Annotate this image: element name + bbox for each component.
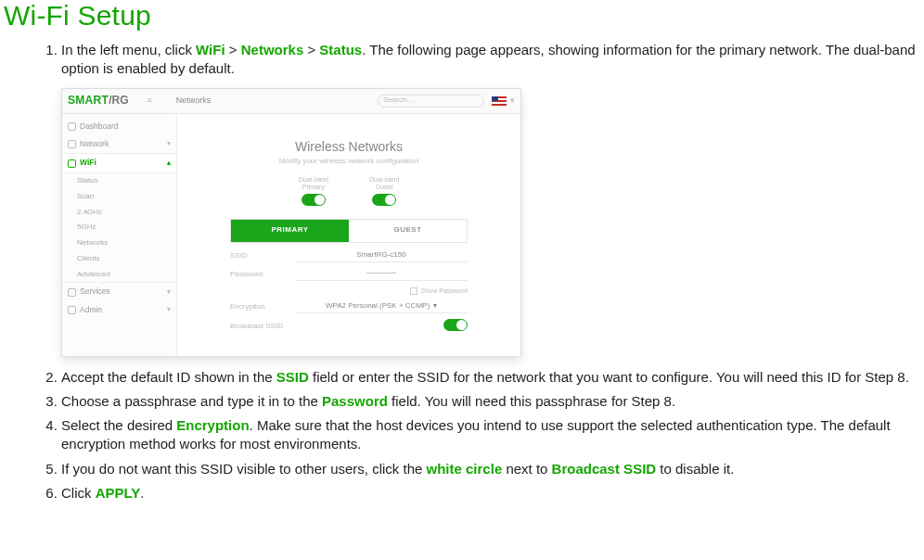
ssid-field[interactable]: SmartRG-c150: [295, 250, 468, 263]
dual-label-b: Guest: [376, 184, 393, 190]
label-show-password: Show Password: [421, 286, 468, 295]
search-input[interactable]: Search...: [378, 95, 484, 108]
tab-primary[interactable]: PRIMARY: [231, 220, 349, 242]
step-5: If you do not want this SSID visible to …: [61, 460, 920, 478]
dual-label-a: Dual-band: [369, 176, 399, 183]
admin-icon: [68, 306, 76, 314]
step-3a: Choose a passphrase and type it in to th…: [61, 393, 322, 409]
page-title: Wi-Fi Setup: [4, 0, 920, 32]
sidebar-sub-24ghz[interactable]: 2.4GHz: [62, 205, 176, 221]
kw-white-circle: white circle: [427, 461, 503, 477]
step-5c: to disable it.: [656, 461, 734, 477]
step-5b: next to: [502, 461, 551, 477]
sidebar-sub-scan[interactable]: Scan: [62, 189, 176, 205]
encryption-value: WPA2 Personal (PSK + CCMP): [326, 301, 430, 310]
step-6a: Click: [61, 485, 96, 501]
brand-logo-a: SMART: [68, 93, 109, 108]
step-2a: Accept the default ID shown in the: [61, 369, 276, 385]
kw-status: Status: [319, 42, 362, 57]
step-5a: If you do not want this SSID visible to …: [61, 461, 427, 477]
sidebar-item-label: Dashboard: [80, 121, 119, 132]
label-encryption: Encryption: [230, 302, 295, 312]
panel-title: Wireless Networks: [295, 138, 403, 156]
fig-sidebar: Dashboard Network▾ WiFi▴ Status Scan 2.4…: [62, 114, 177, 356]
sidebar-item-label: Services: [80, 286, 110, 297]
step-4a: Select the desired: [61, 417, 176, 433]
label-broadcast-ssid: Broadcast SSID: [230, 322, 295, 332]
sidebar-item-services[interactable]: Services▾: [62, 282, 176, 300]
kw-broadcast-ssid: Broadcast SSID: [552, 461, 657, 477]
sidebar-sub-status[interactable]: Status: [62, 173, 176, 189]
toggle-dualband-primary[interactable]: [302, 194, 326, 206]
sidebar-sub-5ghz[interactable]: 5GHz: [62, 220, 176, 235]
step-2b: field or enter the SSID for the network …: [309, 369, 909, 385]
wifi-form: SSIDSmartRG-c150 Password———— Show Passw…: [230, 250, 468, 335]
tab-guest[interactable]: GUEST: [349, 220, 467, 242]
dual-label-b: Primary: [302, 184, 325, 190]
sep: >: [225, 42, 241, 57]
services-icon: [68, 288, 76, 297]
dualband-primary: Dual-bandPrimary: [299, 176, 328, 205]
sidebar-item-label: Network: [80, 139, 109, 149]
step-2: Accept the default ID shown in the SSID …: [61, 368, 920, 387]
step-1-text-a: In the left menu, click: [61, 42, 196, 57]
fig-panel: Wireless Networks Modify your wireless n…: [177, 114, 520, 356]
chevron-down-icon: ▾: [167, 287, 171, 298]
step-6: Click APPLY.: [61, 484, 920, 503]
embedded-screenshot: SMART/RG ≡ Networks Search... ▾ Dashboar…: [61, 88, 521, 357]
instruction-list: In the left menu, click WiFi > Networks …: [4, 41, 920, 503]
step-1: In the left menu, click WiFi > Networks …: [61, 41, 920, 357]
chevron-down-icon[interactable]: ▾: [510, 95, 515, 106]
chevron-up-icon: ▴: [167, 159, 171, 169]
show-password-checkbox[interactable]: [410, 287, 417, 295]
hamburger-icon[interactable]: ≡: [148, 95, 152, 106]
kw-encryption: Encryption: [176, 417, 249, 433]
panel-subtitle: Modify your wireless network configurati…: [279, 157, 419, 167]
sidebar-sub-networks[interactable]: Networks: [62, 235, 176, 251]
toggle-dualband-guest[interactable]: [372, 194, 396, 206]
step-3: Choose a passphrase and type it in to th…: [61, 392, 920, 411]
sidebar-item-network[interactable]: Network▾: [62, 135, 176, 153]
network-icon: [68, 140, 76, 148]
label-password: Password: [230, 270, 295, 280]
step-6b: .: [140, 485, 144, 501]
fig-header: SMART/RG ≡ Networks Search... ▾: [62, 89, 520, 114]
dual-label-a: Dual-band: [299, 176, 328, 183]
kw-ssid: SSID: [276, 369, 309, 385]
sidebar-item-label: Admin: [80, 305, 102, 315]
chevron-down-icon: ▾: [167, 139, 171, 149]
sidebar-item-label: WiFi: [80, 158, 96, 168]
sidebar-sub-advanced[interactable]: Advanced: [62, 267, 176, 283]
step-3b: field. You will need this passphrase for…: [388, 393, 675, 409]
label-ssid: SSID: [230, 251, 295, 261]
chevron-down-icon: ▾: [167, 305, 171, 315]
kw-apply: APPLY: [96, 485, 141, 501]
wifi-icon: [68, 159, 76, 168]
encryption-select[interactable]: WPA2 Personal (PSK + CCMP)▾: [295, 301, 468, 314]
dashboard-icon: [68, 122, 76, 131]
kw-networks: Networks: [241, 42, 304, 57]
flag-icon[interactable]: [492, 96, 507, 106]
chevron-down-icon: ▾: [433, 301, 437, 310]
kw-password: Password: [322, 393, 388, 409]
kw-wifi: WiFi: [196, 42, 225, 57]
tabrow: PRIMARY GUEST: [230, 219, 468, 243]
sidebar-sub-clients[interactable]: Clients: [62, 251, 176, 267]
sidebar-item-admin[interactable]: Admin▾: [62, 301, 176, 319]
step-4: Select the desired Encryption. Make sure…: [61, 416, 920, 454]
sidebar-item-wifi[interactable]: WiFi▴: [62, 153, 176, 172]
dualband-guest: Dual-bandGuest: [369, 176, 399, 205]
breadcrumb: Networks: [176, 95, 212, 106]
brand-logo-b: /RG: [109, 93, 128, 108]
sidebar-item-dashboard[interactable]: Dashboard: [62, 118, 176, 135]
password-field[interactable]: ————: [295, 268, 468, 281]
toggle-broadcast-ssid[interactable]: [443, 319, 468, 331]
sep: >: [303, 42, 319, 57]
